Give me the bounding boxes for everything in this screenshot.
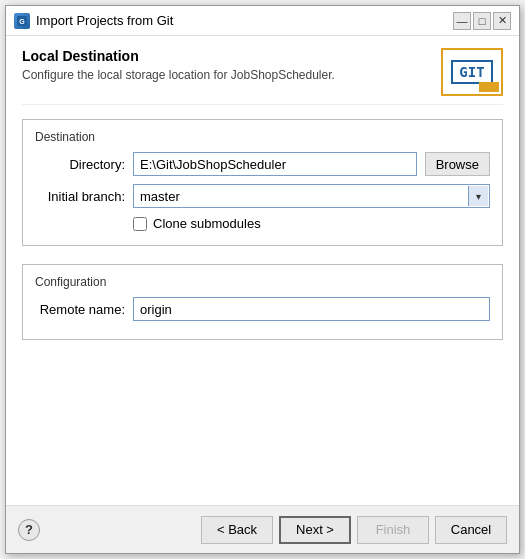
branch-select-wrapper: master ▾: [133, 184, 490, 208]
config-group-label: Configuration: [35, 275, 490, 289]
git-logo: GIT: [441, 48, 503, 96]
git-logo-decoration: [479, 82, 499, 92]
next-button[interactable]: Next >: [279, 516, 351, 544]
title-controls: — □ ✕: [453, 12, 511, 30]
svg-text:G: G: [19, 18, 25, 25]
back-button[interactable]: < Back: [201, 516, 273, 544]
destination-group: Destination Directory: Browse Initial br…: [22, 119, 503, 246]
title-bar-left: G Import Projects from Git: [14, 13, 173, 29]
close-button[interactable]: ✕: [493, 12, 511, 30]
main-content: Local Destination Configure the local st…: [6, 36, 519, 505]
header-section: Local Destination Configure the local st…: [22, 48, 503, 105]
remote-name-input[interactable]: [133, 297, 490, 321]
directory-row: Directory: Browse: [35, 152, 490, 176]
git-logo-text: GIT: [451, 60, 492, 84]
footer: ? < Back Next > Finish Cancel: [6, 505, 519, 553]
clone-submodules-checkbox[interactable]: [133, 217, 147, 231]
header-text: Local Destination Configure the local st…: [22, 48, 441, 82]
maximize-button[interactable]: □: [473, 12, 491, 30]
remote-name-row: Remote name:: [35, 297, 490, 321]
branch-select[interactable]: master: [133, 184, 490, 208]
finish-button[interactable]: Finish: [357, 516, 429, 544]
cancel-button[interactable]: Cancel: [435, 516, 507, 544]
page-description: Configure the local storage location for…: [22, 68, 441, 82]
directory-input[interactable]: [133, 152, 417, 176]
clone-submodules-label[interactable]: Clone submodules: [153, 216, 261, 231]
remote-name-label: Remote name:: [35, 302, 125, 317]
minimize-button[interactable]: —: [453, 12, 471, 30]
directory-label: Directory:: [35, 157, 125, 172]
footer-left: ?: [18, 519, 40, 541]
footer-right: < Back Next > Finish Cancel: [201, 516, 507, 544]
page-title: Local Destination: [22, 48, 441, 64]
title-bar: G Import Projects from Git — □ ✕: [6, 6, 519, 36]
branch-label: Initial branch:: [35, 189, 125, 204]
branch-row: Initial branch: master ▾: [35, 184, 490, 208]
configuration-group: Configuration Remote name:: [22, 264, 503, 340]
browse-button[interactable]: Browse: [425, 152, 490, 176]
help-button[interactable]: ?: [18, 519, 40, 541]
dialog-icon: G: [14, 13, 30, 29]
dialog-title: Import Projects from Git: [36, 13, 173, 28]
import-dialog: G Import Projects from Git — □ ✕ Local D…: [5, 5, 520, 554]
destination-group-label: Destination: [35, 130, 490, 144]
clone-submodules-row: Clone submodules: [133, 216, 490, 231]
content-spacer: [22, 350, 503, 493]
